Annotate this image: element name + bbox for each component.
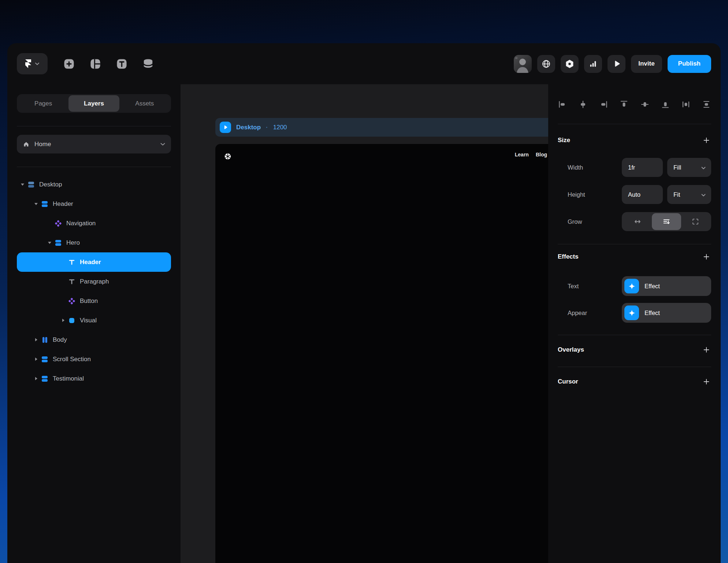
tab-layers[interactable]: Layers [68,95,119,112]
home-icon [23,141,30,148]
appear-effect-button[interactable]: Effect [622,303,711,323]
frame-nav-learn[interactable]: Learn [515,152,529,158]
layer-label: Hero [66,239,80,247]
desktop-frame[interactable]: Learn Blog [215,144,548,563]
frame-stack-icon [27,181,35,189]
text-layer-icon [68,258,76,266]
chevron-right-icon[interactable] [31,357,41,361]
chevron-down-icon[interactable] [45,241,54,244]
layer-row-button[interactable]: Button [17,291,171,311]
align-left-icon[interactable] [558,100,567,109]
distribute-vertical-icon[interactable] [702,100,711,109]
site-globe-button[interactable] [537,55,555,73]
topbar-left [17,53,155,74]
invite-button[interactable]: Invite [631,55,662,73]
resize-horizontal-icon[interactable] [623,213,652,230]
effect-button-label: Effect [645,310,660,316]
topbar-right: Invite Publish [514,55,711,73]
width-label: Width [558,164,613,171]
framer-menu-button[interactable] [17,53,48,74]
chevron-right-icon[interactable] [31,338,41,342]
add-cursor-button[interactable] [702,377,711,386]
layer-row-paragraph[interactable]: Paragraph [17,272,171,291]
editor-canvas[interactable]: Desktop · 1200 Learn Blog [181,84,548,563]
layer-row-hero[interactable]: Hero [17,233,171,252]
sparkle-icon [624,305,639,320]
height-mode-select[interactable]: Fit [667,185,711,204]
chevron-right-icon[interactable] [31,377,41,381]
inspector-divider [558,367,711,367]
width-row: Width 1fr Fill [558,158,711,177]
align-right-icon[interactable] [599,100,608,109]
text-tool-icon[interactable] [115,57,128,70]
layer-row-desktop[interactable]: Desktop [17,175,171,194]
publish-button[interactable]: Publish [668,55,711,73]
avatar[interactable] [514,55,532,73]
tab-pages[interactable]: Pages [18,95,68,112]
layer-label: Paragraph [80,278,109,285]
frame-nav: Learn Blog [515,152,547,158]
inspector-divider [558,244,711,244]
chevron-down-icon [701,164,706,171]
width-mode-value: Fill [673,164,681,171]
cms-database-icon[interactable] [141,57,155,70]
height-mode-value: Fit [673,191,680,198]
analytics-button[interactable] [584,55,602,73]
add-overlay-button[interactable] [702,345,711,355]
add-effect-button[interactable] [702,252,711,262]
align-center-vertical-icon[interactable] [640,100,650,109]
chevron-down-icon[interactable] [18,183,27,186]
distribute-horizontal-icon[interactable] [681,100,691,109]
preview-play-button[interactable] [608,55,625,73]
layer-label: Body [53,336,67,344]
insert-tools [62,57,155,70]
layer-label: Button [80,297,98,305]
tab-assets[interactable]: Assets [119,95,170,112]
text-effect-row: Text Effect [558,276,711,296]
align-bottom-icon[interactable] [661,100,670,109]
layer-label: Desktop [39,181,62,188]
layer-label: Visual [80,317,97,324]
cursor-section-header: Cursor [558,374,711,389]
grow-label: Grow [558,218,613,225]
play-badge-icon[interactable] [220,122,231,133]
chevron-down-icon[interactable] [31,202,41,205]
chevron-right-icon[interactable] [58,318,68,322]
text-effect-button[interactable]: Effect [622,276,711,296]
size-title: Size [558,137,570,144]
frame-stack-icon [54,239,62,247]
plugins-hexagon-button[interactable] [561,55,579,73]
breakpoint-bar[interactable]: Desktop · 1200 [215,118,548,137]
add-size-button[interactable] [702,136,711,145]
layer-label: Navigation [66,220,96,227]
frame-nav-blog[interactable]: Blog [536,152,547,158]
layer-label: Testimonial [53,375,84,382]
sidebar-divider [17,167,171,167]
chevron-down-icon [160,143,165,146]
aperture-logo-icon [224,153,231,161]
cursor-title: Cursor [558,378,578,385]
layer-row-testimonial[interactable]: Testimonial [17,369,171,388]
layer-row-scroll-section[interactable]: Scroll Section [17,349,171,369]
grow-row: Grow [558,212,711,231]
layer-label: Scroll Section [53,356,91,363]
layer-label: Header [80,259,101,266]
page-selector[interactable]: Home [17,135,171,153]
align-top-icon[interactable] [619,100,629,109]
fit-content-icon[interactable] [681,213,710,230]
breakpoint-name: Desktop [236,124,261,131]
layer-row-header[interactable]: Header [17,194,171,214]
layer-row-header-selected[interactable]: Header [17,252,171,272]
height-input[interactable]: Auto [622,185,663,204]
layer-row-body[interactable]: Body [17,330,171,349]
layout-icon[interactable] [89,57,102,70]
width-mode-select[interactable]: Fill [667,158,711,177]
wrap-down-icon[interactable] [652,213,681,230]
insert-plus-icon[interactable] [62,57,75,70]
layer-row-navigation[interactable]: Navigation [17,214,171,233]
align-center-horizontal-icon[interactable] [578,100,588,109]
main-content: Pages Layers Assets Home Desktop [7,84,721,563]
inspector-divider [558,335,711,335]
layer-row-visual[interactable]: Visual [17,311,171,330]
width-input[interactable]: 1fr [622,158,663,177]
